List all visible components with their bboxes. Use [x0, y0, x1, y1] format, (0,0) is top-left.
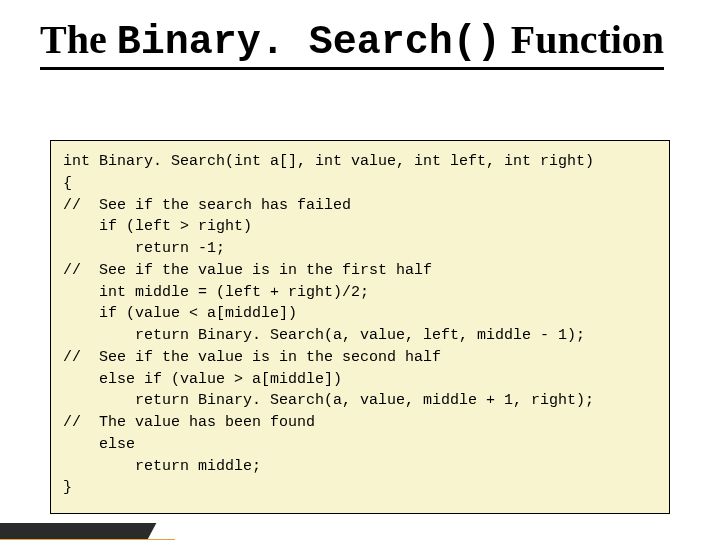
code-box: int Binary. Search(int a[], int value, i… [50, 140, 670, 514]
title-word-function: Function [511, 17, 664, 62]
slide: The Binary. Search() Function int Binary… [0, 0, 720, 540]
title-word-the: The [40, 17, 107, 62]
slide-title: The Binary. Search() Function [40, 18, 664, 70]
title-mono: Binary. Search() [117, 20, 501, 65]
stripe-dark [0, 523, 156, 540]
